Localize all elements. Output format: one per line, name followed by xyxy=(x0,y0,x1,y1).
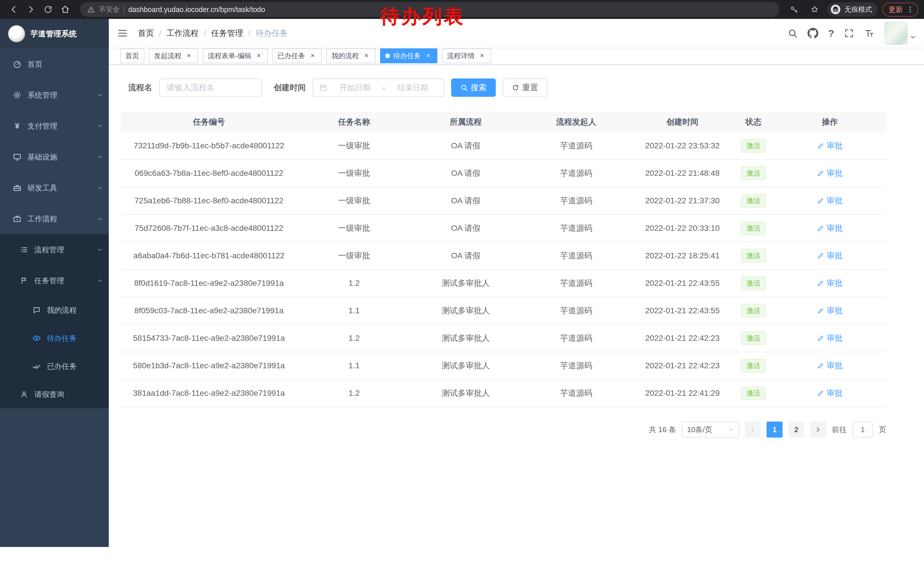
font-size-icon[interactable] xyxy=(864,28,875,39)
prev-page-button[interactable] xyxy=(745,422,761,438)
sidebar-item-process-management[interactable]: 流程管理 xyxy=(0,234,109,265)
status-badge: 激活 xyxy=(741,221,766,235)
user-avatar[interactable] xyxy=(885,22,908,45)
user-menu[interactable] xyxy=(885,22,916,45)
cell-initiator: 芋道源码 xyxy=(521,305,632,316)
approve-button[interactable]: 审批 xyxy=(817,305,843,316)
approve-label: 审批 xyxy=(826,140,843,151)
breadcrumb-home[interactable]: 首页 xyxy=(138,28,154,39)
sidebar-item-todo-tasks[interactable]: 待办任务 xyxy=(0,324,109,352)
sidebar-item-infrastructure[interactable]: 基础设施 xyxy=(0,141,109,173)
sidebar-item-leave-query[interactable]: 请假查询 xyxy=(0,380,109,408)
chat-icon xyxy=(32,306,41,315)
tab-process-detail[interactable]: 流程详情 × xyxy=(442,48,491,63)
sidebar-item-label: 研发工具 xyxy=(27,183,57,193)
page-size-select[interactable]: 10条/页 xyxy=(682,422,739,438)
goto-page-input[interactable] xyxy=(852,422,873,438)
sidebar-item-devtools[interactable]: 研发工具 xyxy=(0,173,109,203)
reset-icon xyxy=(512,84,519,92)
search-button[interactable]: 搜索 xyxy=(451,78,496,97)
status-badge: 激活 xyxy=(741,276,766,290)
close-icon[interactable]: × xyxy=(309,52,316,60)
breadcrumb-task-management[interactable]: 任务管理 xyxy=(211,28,243,39)
close-icon[interactable]: × xyxy=(185,52,193,60)
sidebar-item-done-tasks[interactable]: 已办任务 xyxy=(0,352,109,380)
approve-button[interactable]: 审批 xyxy=(817,223,843,234)
sidebar-item-home[interactable]: 首页 xyxy=(0,49,109,80)
sidebar-item-my-process[interactable]: 我的流程 xyxy=(0,296,109,324)
table-row: 725a1eb6-7b88-11ec-8ef0-acde48001122 一级审… xyxy=(120,187,886,215)
next-page-button[interactable] xyxy=(810,422,826,438)
cell-task-id: 75d72608-7b7f-11ec-a3c8-acde48001122 xyxy=(120,224,298,233)
col-process: 所属流程 xyxy=(411,117,521,128)
sidebar-item-label: 流程管理 xyxy=(34,245,64,255)
fullscreen-icon[interactable] xyxy=(844,28,854,38)
reset-button[interactable]: 重置 xyxy=(502,78,547,97)
approve-label: 审批 xyxy=(826,195,843,206)
date-range-picker[interactable]: 开始日期 - 结束日期 xyxy=(313,78,444,97)
browser-forward-button[interactable] xyxy=(23,2,39,18)
cell-task-id: 8f059c03-7ac8-11ec-a9e2-a2380e71991a xyxy=(120,306,298,315)
approve-button[interactable]: 审批 xyxy=(817,333,843,344)
table-row: 069c6a63-7b8a-11ec-8ef0-acde48001122 一级审… xyxy=(120,160,886,187)
sidebar-item-payment[interactable]: ¥ 支付管理 xyxy=(0,111,109,141)
approve-button[interactable]: 审批 xyxy=(817,168,843,179)
sidebar-item-system[interactable]: 系统管理 xyxy=(0,80,109,111)
approve-button[interactable]: 审批 xyxy=(817,140,843,151)
address-bar[interactable]: 不安全 dashboard.yudao.iocoder.cn/bpm/task/… xyxy=(80,2,779,17)
password-key-icon[interactable] xyxy=(786,2,802,18)
process-name-input[interactable] xyxy=(159,78,262,97)
approve-label: 审批 xyxy=(826,168,843,179)
approve-button[interactable]: 审批 xyxy=(817,195,843,206)
page-size-value: 10条/页 xyxy=(687,425,712,435)
sidebar-toggle-icon[interactable] xyxy=(117,28,128,38)
tab-label: 流程表单-编辑 xyxy=(208,51,251,60)
browser-menu-icon[interactable] xyxy=(906,6,914,14)
update-button[interactable]: 更新 xyxy=(882,3,918,17)
search-icon[interactable] xyxy=(788,28,798,38)
navbar-right-icons: ? xyxy=(788,22,916,45)
dashboard-icon xyxy=(13,60,22,69)
bookmark-star-icon[interactable] xyxy=(807,2,823,18)
tab-my-process[interactable]: 我的流程 × xyxy=(326,48,375,63)
github-icon[interactable] xyxy=(807,28,818,39)
cell-task-name: 1.1 xyxy=(298,306,411,315)
sidebar-item-task-management[interactable]: 任务管理 xyxy=(0,265,109,296)
approve-button[interactable]: 审批 xyxy=(817,388,843,399)
approve-button[interactable]: 审批 xyxy=(817,360,843,371)
close-icon[interactable]: × xyxy=(255,52,263,60)
edit-pencil-icon xyxy=(817,142,824,150)
tab-home[interactable]: 首页 xyxy=(120,48,144,63)
tab-start-process[interactable]: 发起流程 × xyxy=(149,48,198,63)
page-button-1[interactable]: 1 xyxy=(766,422,783,438)
cell-task-name: 一级审批 xyxy=(298,195,411,206)
page-button-2[interactable]: 2 xyxy=(788,422,804,438)
sidebar-item-workflow[interactable]: 工作流程 xyxy=(0,203,109,234)
tab-done-tasks[interactable]: 已办任务 × xyxy=(273,48,322,63)
cell-process: 测试多审批人 xyxy=(411,388,521,399)
browser-chrome: 不安全 dashboard.yudao.iocoder.cn/bpm/task/… xyxy=(0,0,924,19)
close-icon[interactable]: × xyxy=(362,52,370,60)
double-check-icon xyxy=(32,362,41,371)
close-icon[interactable]: × xyxy=(478,52,486,60)
reset-button-label: 重置 xyxy=(522,82,538,93)
date-range-separator: - xyxy=(383,83,385,92)
table-row: 381aa1dd-7ac8-11ec-a9e2-a2380e71991a 1.2… xyxy=(120,380,886,407)
cell-initiator: 芋道源码 xyxy=(521,195,632,206)
tab-process-form-edit[interactable]: 流程表单-编辑 × xyxy=(202,48,268,63)
help-question-icon[interactable]: ? xyxy=(828,28,834,39)
breadcrumb-workflow[interactable]: 工作流程 xyxy=(166,28,199,39)
cell-status: 激活 xyxy=(734,139,773,153)
approve-button[interactable]: 审批 xyxy=(817,278,843,289)
approve-button[interactable]: 审批 xyxy=(817,250,843,261)
chevron-down-icon xyxy=(97,154,102,160)
cell-action: 审批 xyxy=(773,278,886,289)
browser-home-button[interactable] xyxy=(57,2,73,18)
edit-pencil-icon xyxy=(817,225,824,232)
tab-todo-tasks[interactable]: 待办任务 × xyxy=(380,48,437,63)
app-logo[interactable]: 芋道管理系统 xyxy=(0,19,109,49)
close-icon[interactable]: × xyxy=(424,52,432,60)
browser-back-button[interactable] xyxy=(6,2,22,18)
edit-pencil-icon xyxy=(817,307,824,314)
browser-refresh-button[interactable] xyxy=(40,2,56,18)
